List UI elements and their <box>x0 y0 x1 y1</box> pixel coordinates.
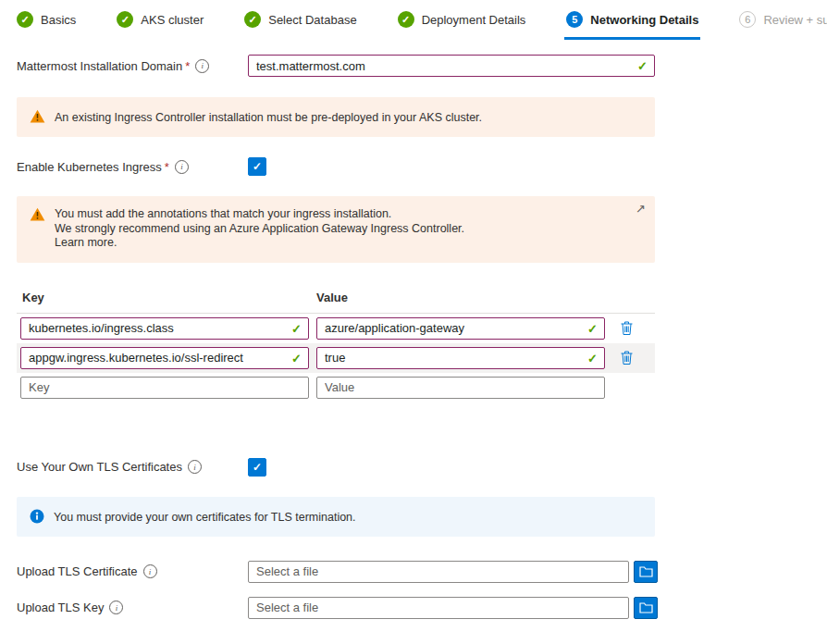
upload-cert-row: Upload TLS Certificate i <box>17 561 657 583</box>
annotation-key-input[interactable] <box>20 377 309 399</box>
key-column-header: Key <box>22 291 316 304</box>
domain-input[interactable] <box>248 55 655 77</box>
warning-triangle-icon <box>30 109 45 123</box>
value-input-wrap: ✓ <box>316 347 605 369</box>
required-asterisk: * <box>185 59 190 73</box>
expand-banner-icon[interactable]: ↗ <box>636 202 646 216</box>
check-circle-icon: ✓ <box>117 11 133 28</box>
value-column-header: Value <box>316 291 348 304</box>
info-icon[interactable]: i <box>175 160 189 174</box>
step-number-badge: 6 <box>739 11 756 28</box>
tab-review-submit[interactable]: 6 Review + submit <box>737 9 827 40</box>
enable-ingress-checkbox[interactable]: ✓ <box>248 157 266 176</box>
info-icon[interactable]: i <box>188 460 202 474</box>
tls-certs-row: Use Your Own TLS Certificates i ✓ <box>17 458 657 477</box>
tab-label: Review + submit <box>763 13 827 27</box>
tab-label: Basics <box>41 13 76 27</box>
folder-icon <box>639 602 653 613</box>
annotations-warning-banner: You must add the annotations that match … <box>17 196 655 263</box>
tab-basics[interactable]: ✓ Basics <box>15 9 78 40</box>
tab-aks-cluster[interactable]: ✓ AKS cluster <box>115 9 205 40</box>
enable-ingress-row: Enable Kubernetes Ingress * i ✓ <box>17 157 657 176</box>
check-circle-icon: ✓ <box>17 11 33 28</box>
table-row: ✓ ✓ <box>17 343 655 373</box>
delete-row-button[interactable] <box>618 349 636 366</box>
tls-certs-label: Use Your Own TLS Certificates <box>17 460 182 474</box>
annotation-key-input[interactable] <box>20 317 309 340</box>
browse-cert-button[interactable] <box>634 561 658 583</box>
upload-cert-label: Upload TLS Certificate <box>17 564 138 578</box>
info-icon[interactable]: i <box>109 601 123 614</box>
upload-key-row: Upload TLS Key i <box>17 597 657 619</box>
domain-input-wrap: ✓ <box>248 55 655 77</box>
annotation-key-input[interactable] <box>20 347 309 369</box>
annotation-value-input[interactable] <box>316 347 605 369</box>
upload-key-label: Upload TLS Key <box>17 601 104 614</box>
learn-more-link[interactable]: Learn more. <box>55 236 117 251</box>
table-header-row: Key Value <box>17 291 655 314</box>
value-input-wrap: ✓ <box>316 317 605 340</box>
warning-line-1: You must add the annotations that match … <box>55 207 464 222</box>
networking-details-page: ✓ Basics ✓ AKS cluster ✓ Select Database… <box>0 0 827 644</box>
ingress-warning-banner: An existing Ingress Controller installat… <box>17 97 655 137</box>
tls-key-file-input[interactable] <box>248 597 629 619</box>
tab-label: Select Database <box>268 13 356 27</box>
annotation-value-input[interactable] <box>316 317 605 340</box>
table-row: ✓ ✓ <box>17 314 655 343</box>
domain-field-row: Mattermost Installation Domain * i ✓ <box>17 55 657 77</box>
warning-triangle-icon <box>30 207 45 221</box>
check-circle-icon: ✓ <box>244 11 261 28</box>
tls-info-banner: You must provide your own certificates f… <box>17 497 655 537</box>
enable-ingress-label: Enable Kubernetes Ingress <box>17 160 162 174</box>
tab-label: AKS cluster <box>141 13 204 27</box>
tab-label: Networking Details <box>590 13 698 27</box>
folder-icon <box>639 566 653 577</box>
info-icon[interactable]: i <box>195 59 209 73</box>
info-icon[interactable]: i <box>143 564 157 578</box>
tab-deployment-details[interactable]: ✓ Deployment Details <box>396 9 528 40</box>
info-text: You must provide your own certificates f… <box>54 509 356 525</box>
tls-cert-file-input[interactable] <box>248 561 629 583</box>
trash-icon <box>621 351 633 365</box>
tls-certs-checkbox[interactable]: ✓ <box>248 458 266 477</box>
info-filled-icon <box>30 509 44 524</box>
checkbox-check-icon: ✓ <box>253 461 262 474</box>
checkbox-check-icon: ✓ <box>253 160 262 173</box>
browse-key-button[interactable] <box>634 597 658 619</box>
table-row-empty <box>17 373 655 402</box>
tab-networking-details[interactable]: 5 Networking Details <box>564 9 700 40</box>
annotations-table: Key Value ✓ ✓ <box>17 291 655 402</box>
check-circle-icon: ✓ <box>398 11 414 28</box>
tab-label: Deployment Details <box>422 13 526 27</box>
annotation-value-input[interactable] <box>316 377 605 399</box>
key-input-wrap: ✓ <box>20 317 309 340</box>
tab-select-database[interactable]: ✓ Select Database <box>242 9 358 40</box>
trash-icon <box>621 321 633 335</box>
delete-row-button[interactable] <box>618 319 636 337</box>
warning-line-2: We strongly recommend using an Azure App… <box>55 222 464 237</box>
warning-text: An existing Ingress Controller installat… <box>55 109 482 125</box>
key-input-wrap: ✓ <box>20 347 309 369</box>
step-number-badge: 5 <box>566 11 583 28</box>
domain-label: Mattermost Installation Domain <box>17 59 182 73</box>
wizard-tabs: ✓ Basics ✓ AKS cluster ✓ Select Database… <box>0 0 827 40</box>
required-asterisk: * <box>165 160 169 174</box>
